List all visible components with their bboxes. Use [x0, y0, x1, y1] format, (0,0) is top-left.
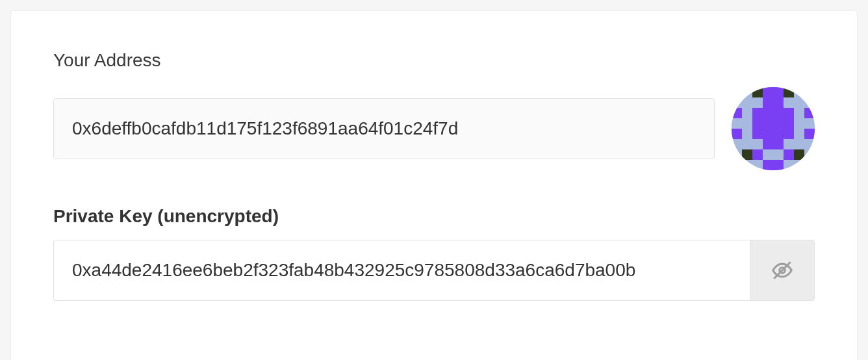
svg-rect-16 [794, 149, 804, 160]
svg-rect-4 [763, 97, 784, 108]
svg-rect-14 [752, 149, 763, 160]
svg-rect-6 [752, 108, 794, 118]
address-row [53, 87, 815, 170]
svg-rect-13 [742, 149, 752, 160]
svg-rect-8 [752, 118, 794, 129]
eye-off-icon [771, 259, 793, 281]
private-key-label: Private Key (unencrypted) [53, 206, 815, 227]
svg-rect-12 [763, 139, 784, 149]
svg-rect-11 [804, 129, 815, 139]
svg-rect-10 [752, 129, 794, 139]
svg-rect-9 [732, 129, 742, 139]
address-identicon [732, 87, 815, 170]
identicon-svg [732, 87, 815, 170]
private-key-field-group: Private Key (unencrypted) [53, 206, 815, 301]
address-input[interactable] [53, 98, 715, 159]
private-key-input[interactable] [53, 240, 750, 301]
svg-rect-7 [804, 108, 815, 118]
svg-rect-3 [784, 87, 794, 97]
svg-rect-17 [763, 160, 784, 170]
svg-rect-5 [732, 108, 742, 118]
address-field-group: Your Address [53, 50, 815, 170]
svg-rect-1 [752, 87, 763, 97]
svg-rect-2 [763, 87, 784, 97]
address-label: Your Address [53, 50, 815, 71]
private-key-row [53, 240, 815, 301]
svg-rect-15 [784, 149, 794, 160]
wallet-info-card: Your Address [10, 10, 858, 360]
toggle-visibility-button[interactable] [750, 240, 815, 301]
